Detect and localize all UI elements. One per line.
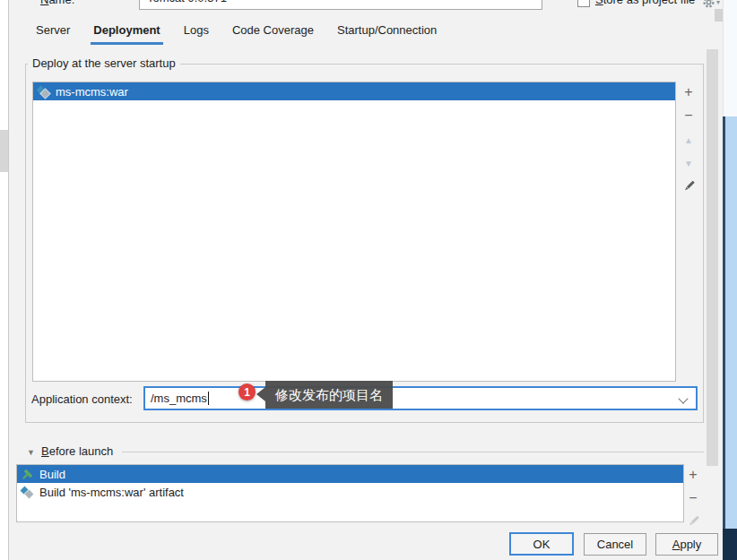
name-label: Name: (40, 0, 74, 6)
add-button[interactable]: + (679, 82, 698, 102)
step-badge: 1 (238, 383, 256, 401)
name-input[interactable]: Tomcat 9.0.371 (139, 0, 542, 10)
left-panel-scrollbar-thumb[interactable] (0, 130, 8, 172)
artifact-icon (21, 486, 34, 499)
move-up-button: ▲ (679, 131, 698, 151)
application-context-combobox[interactable]: /ms_mcms (143, 386, 698, 410)
deploy-group-title: Deploy at the server startup (28, 56, 180, 70)
tab-code-coverage[interactable]: Code Coverage (232, 23, 314, 45)
artifact-list[interactable]: ms-mcms:war (32, 82, 676, 382)
name-input-value: Tomcat 9.0.371 (147, 0, 227, 4)
list-item-build[interactable]: Build (17, 465, 683, 483)
tab-logs[interactable]: Logs (184, 23, 209, 45)
artifact-icon (37, 85, 50, 99)
edit-task-button (683, 511, 703, 530)
edit-button[interactable] (679, 176, 698, 195)
chevron-down-icon: ▾ (716, 0, 720, 6)
background-window-edge-top (723, 0, 737, 116)
store-as-project-file-label: Store as project file (595, 0, 695, 6)
artifact-label: ms-mcms:war (56, 85, 128, 99)
application-context-value: /ms_mcms (151, 392, 207, 405)
pencil-icon-disabled (687, 514, 700, 528)
deploy-group-box: Deploy at the server startup ms-mcms:war (25, 64, 704, 423)
separator-line (122, 452, 704, 452)
build-artifact-label: Build 'ms-mcms:war' artifact (39, 486, 184, 499)
tab-startup-connection[interactable]: Startup/Connection (337, 23, 437, 45)
ok-button[interactable]: OK (509, 532, 574, 556)
chevron-down-icon[interactable] (678, 393, 688, 403)
hammer-icon (21, 468, 34, 481)
remove-task-button[interactable]: − (683, 488, 703, 508)
tooltip: 修改发布的项目名 (265, 381, 393, 409)
background-window-edge-bottom (723, 529, 737, 560)
build-label: Build (39, 468, 65, 481)
background-window-edge (723, 116, 737, 529)
add-task-button[interactable]: + (683, 465, 703, 485)
pencil-icon (682, 179, 696, 193)
left-panel-strip (0, 0, 9, 560)
text-caret (208, 392, 209, 405)
gear-glyph (702, 0, 715, 9)
tooltip-arrow (256, 387, 265, 401)
tab-deployment[interactable]: Deployment (91, 23, 162, 45)
list-item-artifact[interactable]: ms-mcms:war (33, 82, 675, 100)
store-as-project-file-checkbox[interactable] (577, 0, 590, 7)
dialog-scrollbar-thumb[interactable] (707, 49, 718, 466)
before-launch-list[interactable]: Build Build 'ms-mcms:war' artifact (16, 464, 684, 522)
tab-server[interactable]: Server (36, 23, 70, 45)
cancel-button[interactable]: Cancel (584, 533, 646, 556)
config-tabs: Server Deployment Logs Code Coverage Sta… (36, 23, 437, 45)
list-item-build-artifact[interactable]: Build 'ms-mcms:war' artifact (17, 483, 683, 501)
remove-button[interactable]: − (679, 106, 698, 125)
move-down-button: ▼ (679, 154, 698, 174)
collapse-triangle-icon[interactable]: ▼ (27, 448, 35, 457)
apply-button[interactable]: Apply (655, 533, 718, 556)
before-launch-title: Before launch (41, 444, 113, 458)
application-context-label: Application context: (31, 392, 133, 406)
